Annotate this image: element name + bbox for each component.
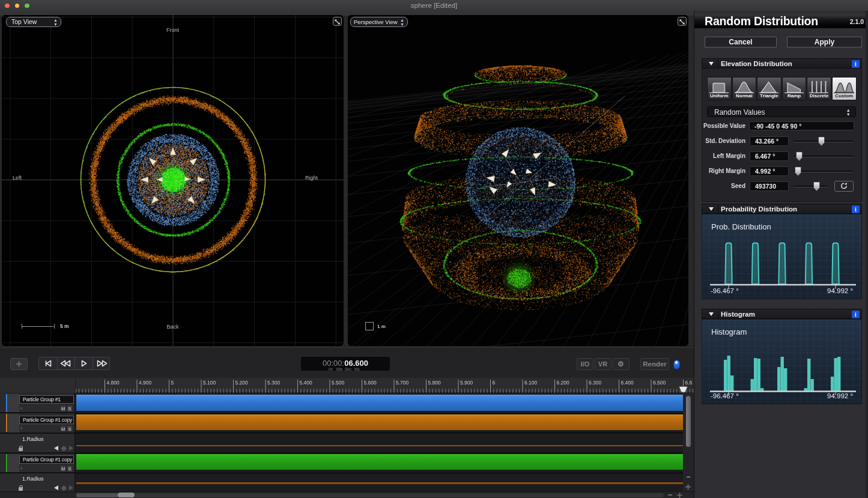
svg-text:6.300: 6.300 — [589, 380, 602, 386]
svg-text:6.400: 6.400 — [621, 380, 634, 386]
svg-text:5: 5 — [171, 380, 174, 386]
svg-text:6.100: 6.100 — [524, 380, 538, 386]
svg-text:5.900: 5.900 — [460, 380, 473, 386]
svg-text:5.600: 5.600 — [364, 380, 377, 386]
svg-text:5.200: 5.200 — [235, 380, 249, 386]
svg-text:6: 6 — [493, 380, 496, 386]
svg-text:5.100: 5.100 — [203, 380, 216, 386]
svg-text:5.300: 5.300 — [267, 380, 281, 386]
svg-text:6.200: 6.200 — [557, 380, 570, 386]
svg-text:5.400: 5.400 — [300, 380, 313, 386]
svg-text:5.800: 5.800 — [428, 380, 442, 386]
svg-text:6.6: 6.6 — [685, 380, 693, 386]
svg-text:5.500: 5.500 — [332, 380, 345, 386]
svg-text:6.500: 6.500 — [653, 380, 666, 386]
svg-text:4.900: 4.900 — [139, 380, 152, 386]
svg-text:5.700: 5.700 — [396, 380, 409, 386]
svg-text:4.800: 4.800 — [107, 380, 120, 386]
